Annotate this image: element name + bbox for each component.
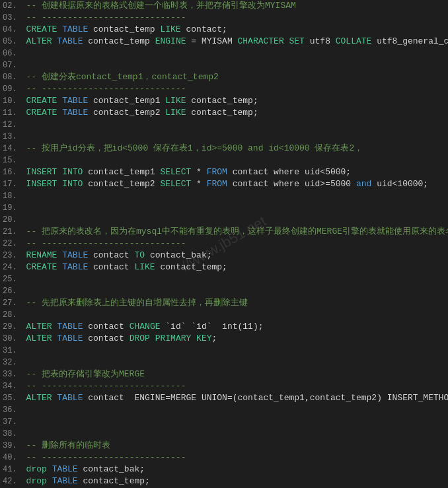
- code-token: uid<10000;: [371, 179, 428, 189]
- code-token: contact_temp2: [88, 108, 165, 118]
- line-number: 38.: [0, 428, 22, 440]
- line-number: 14.: [0, 143, 22, 155]
- line-content: -- 创建分表contact_temp1，contact_temp2: [22, 71, 448, 83]
- code-token: SELECT: [160, 167, 191, 177]
- code-token: COLLATE: [336, 36, 372, 46]
- line-number: 27.: [0, 297, 22, 309]
- table-row: 23.RENAME TABLE contact TO contact_bak;: [0, 250, 448, 261]
- table-row: 27.-- 先把原来删除表上的主键的自增属性去掉，再删除主键: [0, 297, 448, 309]
- code-token: LIKE: [165, 96, 186, 106]
- code-token: CHANGE: [130, 322, 161, 331]
- line-number: 23.: [0, 250, 22, 261]
- line-content: [22, 214, 448, 226]
- table-row: 16.INSERT INTO contact_temp1 SELECT * FR…: [0, 166, 448, 178]
- code-token: TABLE: [57, 322, 83, 331]
- line-number: 29.: [0, 321, 22, 333]
- code-token: ALTER: [26, 393, 52, 403]
- table-row: 20.: [0, 214, 448, 226]
- code-token: contact: [83, 333, 129, 343]
- code-token: contact_temp;: [78, 476, 150, 486]
- table-row: 18.: [0, 190, 448, 202]
- code-token: contact: [88, 262, 134, 272]
- code-token: TABLE: [62, 262, 88, 272]
- line-number: 10.: [0, 95, 22, 107]
- code-token: TABLE: [62, 108, 88, 118]
- code-token: -- 把表的存储引擎改为MERGE: [26, 369, 145, 379]
- line-content: drop TABLE contact_bak;: [22, 464, 448, 475]
- code-token: TABLE: [62, 250, 88, 260]
- table-row: 38.: [0, 428, 448, 440]
- code-token: and: [356, 179, 371, 189]
- table-row: 15.: [0, 155, 448, 166]
- code-token: TABLE: [62, 24, 88, 34]
- code-token: contact_temp1: [83, 167, 160, 177]
- line-content: [22, 428, 448, 440]
- code-token: *: [191, 167, 206, 177]
- line-content: INSERT INTO contact_temp2 SELECT * FROM …: [22, 178, 448, 190]
- code-token: TABLE: [57, 36, 83, 46]
- line-content: [22, 357, 448, 368]
- line-content: -- ----------------------------: [22, 83, 448, 95]
- table-row: 42.drop TABLE contact_temp;: [0, 475, 448, 487]
- line-content: -- 先把原来删除表上的主键的自增属性去掉，再删除主键: [22, 297, 448, 309]
- table-row: 10.CREATE TABLE contact_temp1 LIKE conta…: [0, 95, 448, 107]
- code-token: ALTER: [26, 322, 52, 331]
- code-token: `id` `id` int(11);: [160, 322, 263, 331]
- table-row: 08.-- 创建分表contact_temp1，contact_temp2: [0, 71, 448, 83]
- line-number: 03.: [0, 12, 22, 24]
- line-number: 13.: [0, 131, 22, 143]
- table-row: 37.: [0, 416, 448, 428]
- code-token: SELECT: [160, 179, 191, 189]
- line-content: -- 把原来的表改名，因为在mysql中不能有重复的表明，这样子最终创建的MER…: [22, 226, 448, 238]
- table-row: 31.: [0, 345, 448, 357]
- code-token: contact_temp;: [155, 262, 227, 272]
- code-token: contact where uid<5000;: [227, 167, 351, 177]
- line-number: 31.: [0, 345, 22, 357]
- code-token: ALTER: [26, 333, 52, 343]
- line-number: 17.: [0, 178, 22, 190]
- table-row: 40.-- ----------------------------: [0, 452, 448, 464]
- code-token: contact ENGINE=MERGE UNION=(contact_temp…: [83, 393, 448, 403]
- line-content: -- 创建根据原来的表格式创建一个临时表，并把存储引擎改为MYISAM: [22, 0, 448, 12]
- line-content: [22, 155, 448, 166]
- code-token: TABLE: [52, 476, 78, 486]
- code-token: ENGINE: [155, 36, 186, 46]
- line-content: [22, 48, 448, 59]
- line-content: [22, 59, 448, 71]
- code-token: TABLE: [57, 333, 83, 343]
- table-row: 33.-- 把表的存储引擎改为MERGE: [0, 368, 448, 380]
- line-number: 15.: [0, 155, 22, 166]
- line-number: 09.: [0, 83, 22, 95]
- code-token: LIKE: [165, 108, 186, 118]
- line-number: 20.: [0, 214, 22, 226]
- code-token: contact_bak;: [78, 464, 145, 474]
- line-number: 05.: [0, 36, 22, 48]
- code-token: [47, 464, 52, 474]
- code-token: -- ----------------------------: [26, 381, 186, 391]
- table-row: 02.-- 创建根据原来的表格式创建一个临时表，并把存储引擎改为MYISAM: [0, 0, 448, 12]
- code-token: contact_temp2: [83, 179, 160, 189]
- code-token: LIKE: [160, 24, 180, 34]
- table-row: 30.ALTER TABLE contact DROP PRIMARY KEY;: [0, 333, 448, 345]
- code-token: contact: [83, 322, 129, 331]
- line-content: ALTER TABLE contact DROP PRIMARY KEY;: [22, 333, 448, 345]
- line-content: [22, 273, 448, 285]
- line-number: 36.: [0, 404, 22, 416]
- table-row: 14.-- 按用户id分表，把id<5000 保存在表1，id>=5000 an…: [0, 143, 448, 155]
- line-content: [22, 119, 448, 131]
- table-row: 32.: [0, 357, 448, 368]
- code-token: -- ----------------------------: [26, 13, 186, 22]
- line-content: [22, 190, 448, 202]
- line-number: 11.: [0, 107, 22, 119]
- line-content: CREATE TABLE contact_temp1 LIKE contact_…: [22, 95, 448, 107]
- line-number: 22.: [0, 238, 22, 250]
- code-token: FROM: [207, 179, 227, 189]
- code-editor: //www.jb51.net 02.-- 创建根据原来的表格式创建一个临时表，并…: [0, 0, 448, 487]
- line-content: RENAME TABLE contact TO contact_bak;: [22, 250, 448, 261]
- code-token: CREATE: [26, 24, 57, 34]
- line-content: CREATE TABLE contact_temp2 LIKE contact_…: [22, 107, 448, 119]
- code-token: -- ----------------------------: [26, 238, 186, 248]
- line-content: [22, 202, 448, 214]
- line-number: 37.: [0, 416, 22, 428]
- table-row: 25.: [0, 273, 448, 285]
